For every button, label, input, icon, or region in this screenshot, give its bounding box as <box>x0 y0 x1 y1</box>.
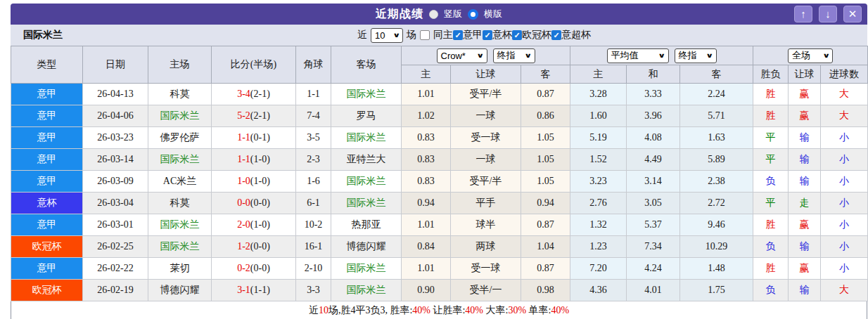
avg-draw-odds: 3.96 <box>627 105 680 127</box>
move-up-button[interactable]: ↑ <box>794 6 812 22</box>
away-team: 热那亚 <box>331 214 402 236</box>
col-header-avg-away: 客 <box>680 65 753 84</box>
recent-count-select[interactable]: 10 ∨ <box>371 28 403 43</box>
score-cell: 1-1(1-0) <box>212 149 296 171</box>
away-team: 国际米兰 <box>331 171 402 193</box>
summary-segment: 40% <box>412 305 430 315</box>
handicap-line: 受半/一 <box>451 280 521 301</box>
summary-segment: 30% <box>508 305 526 315</box>
avg-home-odds: 1.52 <box>570 149 627 171</box>
corners-cell: 16-1 <box>296 236 331 258</box>
avg-draw-odds: 3.05 <box>627 193 680 214</box>
same-host-checkbox[interactable] <box>420 30 430 40</box>
table-row: 意杯26-03-04科莫0-0(0-0)6-1国际米兰0.94平手0.942.7… <box>11 193 868 214</box>
result-group-header: 全场 ∨ <box>753 46 868 65</box>
corners-cell: 3-5 <box>296 127 331 149</box>
avg-away-odds: 1.48 <box>680 258 753 280</box>
col-header-crow-home: 主 <box>402 65 451 84</box>
odds-stage-select-1[interactable]: 终指 ∨ <box>493 48 535 63</box>
odds-stage-select-2[interactable]: 终指 ∨ <box>675 48 717 63</box>
table-row: 欧冠杯26-02-19博德闪耀3-1(1-1)3-3国际米兰0.90受半/一0.… <box>11 280 868 301</box>
col-header-handicap: 让球 <box>451 65 521 84</box>
corners-cell: 1-6 <box>296 171 331 193</box>
league-filter-item[interactable]: ✓欧冠杯 <box>512 29 551 41</box>
crow-home-odds: 0.84 <box>402 236 451 258</box>
col-header-date: 日期 <box>83 46 148 84</box>
result-cell: 平 <box>753 149 789 171</box>
away-team: 亚特兰大 <box>331 149 402 171</box>
avg-draw-odds: 3.33 <box>627 84 680 105</box>
handicap-result-cell: 赢 <box>789 84 821 105</box>
league-badge: 欧冠杯 <box>11 280 83 301</box>
score-cell: 1-0(1-0) <box>212 171 296 193</box>
col-header-goals: 进球数 <box>821 65 868 84</box>
checkbox-checked-icon[interactable]: ✓ <box>483 30 492 40</box>
home-team: 国际米兰 <box>148 149 212 171</box>
horizontal-layout-radio[interactable] <box>468 9 478 20</box>
average-select[interactable]: 平均值 ∨ <box>607 48 669 63</box>
crow-home-odds: 1.01 <box>402 258 451 280</box>
avg-home-odds: 7.20 <box>570 258 627 280</box>
period-select[interactable]: 全场 ∨ <box>788 48 833 63</box>
date-cell: 26-04-06 <box>83 105 148 127</box>
score-cell: 3-1(1-1) <box>212 280 296 301</box>
checkbox-checked-icon[interactable]: ✓ <box>512 30 522 40</box>
average-group-header: 平均值 ∨ 终指 ∨ <box>570 46 753 65</box>
date-cell: 26-02-25 <box>83 236 148 258</box>
down-arrow-icon: ↓ <box>825 8 831 20</box>
recent-results-panel: 近期战绩 竖版 横版 ↑ ↓ ✕ 国际米兰 近 10 ∨ 场 同主 <box>11 4 867 319</box>
handicap-line: 受一球 <box>451 258 521 280</box>
crow-home-odds: 1.02 <box>402 105 451 127</box>
goals-result-cell: 小 <box>821 214 868 236</box>
close-icon: ✕ <box>848 8 857 20</box>
crow-home-odds: 0.90 <box>402 280 451 301</box>
avg-draw-odds: 3.14 <box>627 171 680 193</box>
horizontal-layout-label[interactable]: 横版 <box>484 8 502 20</box>
league-filter-item[interactable]: ✓意超杯 <box>551 29 591 41</box>
vertical-layout-radio[interactable] <box>429 10 438 19</box>
crow-away-odds: 1.04 <box>521 236 570 258</box>
crow-home-odds: 0.83 <box>402 171 451 193</box>
corners-cell: 3-3 <box>296 280 331 301</box>
vertical-layout-label[interactable]: 竖版 <box>444 8 462 20</box>
date-cell: 26-02-22 <box>83 258 148 280</box>
league-filter-item[interactable]: ✓意甲 <box>453 29 483 41</box>
avg-home-odds: 2.76 <box>570 193 627 214</box>
away-team: 博德闪耀 <box>331 236 402 258</box>
summary-segment: 近 <box>309 305 319 315</box>
chevron-down-icon: ∨ <box>476 52 484 59</box>
chevron-down-icon: ∨ <box>658 52 665 59</box>
checkbox-checked-icon[interactable]: ✓ <box>453 30 463 40</box>
corners-cell: 2-3 <box>296 149 331 171</box>
avg-draw-odds: 4.01 <box>627 280 680 301</box>
crow-away-odds: 0.87 <box>521 84 570 105</box>
table-row: 意甲26-04-13科莫3-4(2-1)1-1国际米兰1.01受平/半0.873… <box>11 84 868 105</box>
table-row: 意甲26-03-09AC米兰1-0(1-0)1-6国际米兰0.83受平/半1.0… <box>11 171 868 193</box>
close-button[interactable]: ✕ <box>843 6 862 22</box>
league-filter-item[interactable]: ✓意杯 <box>483 29 512 41</box>
crow-home-odds: 0.94 <box>402 193 451 214</box>
chevron-down-icon: ∨ <box>524 52 532 59</box>
result-cell: 负 <box>753 171 789 193</box>
result-cell: 胜 <box>753 214 789 236</box>
league-filter-label: 意甲 <box>463 29 483 41</box>
results-body: 意甲26-04-13科莫3-4(2-1)1-1国际米兰1.01受平/半0.873… <box>11 84 868 301</box>
results-table: 类型 日期 主场 比分(半场) 角球 客场 Crow* ∨ 终指 ∨ <box>11 46 868 301</box>
summary-segment: 单率: <box>526 305 551 315</box>
handicap-line: 一球 <box>451 149 521 171</box>
handicap-line: 平手 <box>451 193 521 214</box>
bookmaker-select[interactable]: Crow* ∨ <box>437 48 487 63</box>
score-cell: 3-4(2-1) <box>212 84 296 105</box>
home-team: 国际米兰 <box>148 105 212 127</box>
checkbox-checked-icon[interactable]: ✓ <box>551 30 561 40</box>
avg-away-odds: 2.72 <box>680 193 753 214</box>
team-name: 国际米兰 <box>23 25 63 46</box>
move-down-button[interactable]: ↓ <box>819 6 837 22</box>
away-team: 国际米兰 <box>331 193 402 214</box>
matches-label: 场 <box>407 29 416 41</box>
table-row: 意甲26-03-14国际米兰1-1(1-0)2-3亚特兰大0.83一球1.051… <box>11 149 868 171</box>
col-header-away: 客场 <box>331 46 402 84</box>
avg-draw-odds: 5.37 <box>627 214 680 236</box>
handicap-line: 受平/半 <box>451 171 521 193</box>
summary-segment: 40% <box>551 305 569 315</box>
